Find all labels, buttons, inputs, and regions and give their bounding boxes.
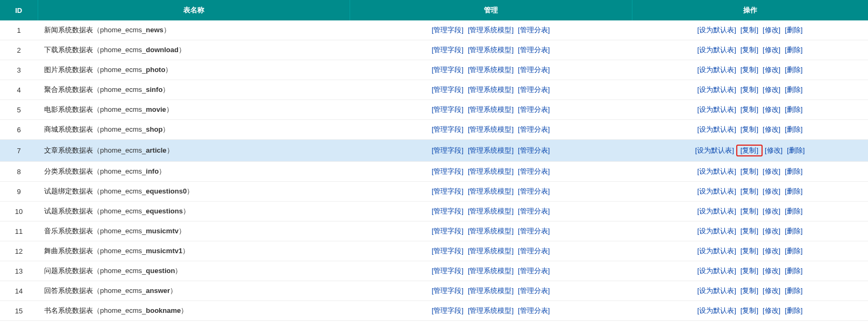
edit-link[interactable]: [修改]	[763, 125, 780, 133]
manage-fields-link[interactable]: [管理字段]	[432, 287, 464, 295]
copy-link[interactable]: [复制]	[741, 66, 758, 74]
manage-subtable-link[interactable]: [管理分表]	[518, 227, 550, 235]
delete-link[interactable]: [删除]	[785, 85, 802, 94]
copy-link[interactable]: [复制]	[741, 125, 758, 133]
manage-subtable-link[interactable]: [管理分表]	[518, 306, 550, 314]
manage-model-link[interactable]: [管理系统模型]	[468, 247, 514, 255]
manage-subtable-link[interactable]: [管理分表]	[518, 85, 550, 94]
manage-fields-link[interactable]: [管理字段]	[432, 26, 464, 34]
set-default-link[interactable]: [设为默认表]	[698, 207, 736, 215]
set-default-link[interactable]: [设为默认表]	[698, 247, 736, 255]
manage-subtable-link[interactable]: [管理分表]	[518, 287, 550, 295]
edit-link[interactable]: [修改]	[763, 26, 780, 34]
manage-subtable-link[interactable]: [管理分表]	[518, 207, 550, 215]
delete-link[interactable]: [删除]	[785, 46, 802, 54]
copy-link[interactable]: [复制]	[741, 287, 758, 295]
manage-fields-link[interactable]: [管理字段]	[432, 46, 464, 54]
manage-fields-link[interactable]: [管理字段]	[432, 227, 464, 235]
copy-link[interactable]: [复制]	[741, 46, 758, 54]
manage-fields-link[interactable]: [管理字段]	[432, 66, 464, 74]
manage-model-link[interactable]: [管理系统模型]	[468, 167, 514, 175]
set-default-link[interactable]: [设为默认表]	[698, 125, 736, 133]
edit-link[interactable]: [修改]	[763, 85, 780, 94]
copy-link[interactable]: [复制]	[741, 247, 758, 255]
copy-link[interactable]: [复制]	[741, 207, 758, 215]
set-default-link[interactable]: [设为默认表]	[698, 66, 736, 74]
copy-link[interactable]: [复制]	[741, 85, 758, 94]
set-default-link[interactable]: [设为默认表]	[698, 306, 736, 314]
delete-link[interactable]: [删除]	[785, 26, 802, 34]
delete-link[interactable]: [删除]	[787, 146, 805, 154]
manage-model-link[interactable]: [管理系统模型]	[468, 207, 514, 215]
delete-link[interactable]: [删除]	[785, 227, 802, 235]
copy-link[interactable]: [复制]	[741, 187, 758, 195]
delete-link[interactable]: [删除]	[785, 207, 802, 215]
manage-subtable-link[interactable]: [管理分表]	[518, 125, 550, 133]
manage-subtable-link[interactable]: [管理分表]	[518, 247, 550, 255]
manage-fields-link[interactable]: [管理字段]	[432, 306, 464, 314]
delete-link[interactable]: [删除]	[785, 247, 802, 255]
set-default-link[interactable]: [设为默认表]	[698, 267, 736, 275]
copy-link[interactable]: [复制]	[741, 146, 758, 154]
manage-model-link[interactable]: [管理系统模型]	[468, 46, 514, 54]
manage-subtable-link[interactable]: [管理分表]	[518, 146, 550, 154]
manage-model-link[interactable]: [管理系统模型]	[468, 267, 514, 275]
manage-fields-link[interactable]: [管理字段]	[432, 167, 464, 175]
manage-fields-link[interactable]: [管理字段]	[432, 187, 464, 195]
manage-model-link[interactable]: [管理系统模型]	[468, 125, 514, 133]
delete-link[interactable]: [删除]	[785, 287, 802, 295]
edit-link[interactable]: [修改]	[763, 105, 780, 113]
manage-fields-link[interactable]: [管理字段]	[432, 247, 464, 255]
edit-link[interactable]: [修改]	[763, 267, 780, 275]
manage-fields-link[interactable]: [管理字段]	[432, 85, 464, 94]
set-default-link[interactable]: [设为默认表]	[698, 187, 736, 195]
manage-model-link[interactable]: [管理系统模型]	[468, 66, 514, 74]
manage-model-link[interactable]: [管理系统模型]	[468, 85, 514, 94]
manage-subtable-link[interactable]: [管理分表]	[518, 66, 550, 74]
manage-subtable-link[interactable]: [管理分表]	[518, 187, 550, 195]
delete-link[interactable]: [删除]	[785, 66, 802, 74]
edit-link[interactable]: [修改]	[763, 46, 780, 54]
manage-subtable-link[interactable]: [管理分表]	[518, 105, 550, 113]
manage-model-link[interactable]: [管理系统模型]	[468, 306, 514, 314]
set-default-link[interactable]: [设为默认表]	[698, 85, 736, 94]
set-default-link[interactable]: [设为默认表]	[698, 26, 736, 34]
manage-model-link[interactable]: [管理系统模型]	[468, 105, 514, 113]
manage-subtable-link[interactable]: [管理分表]	[518, 267, 550, 275]
edit-link[interactable]: [修改]	[763, 187, 780, 195]
set-default-link[interactable]: [设为默认表]	[695, 146, 734, 154]
copy-link[interactable]: [复制]	[741, 306, 758, 314]
copy-link[interactable]: [复制]	[741, 105, 758, 113]
manage-fields-link[interactable]: [管理字段]	[432, 267, 464, 275]
set-default-link[interactable]: [设为默认表]	[698, 46, 736, 54]
manage-model-link[interactable]: [管理系统模型]	[468, 187, 514, 195]
manage-fields-link[interactable]: [管理字段]	[432, 105, 464, 113]
set-default-link[interactable]: [设为默认表]	[698, 227, 736, 235]
manage-model-link[interactable]: [管理系统模型]	[468, 146, 514, 154]
manage-subtable-link[interactable]: [管理分表]	[518, 46, 550, 54]
manage-subtable-link[interactable]: [管理分表]	[518, 167, 550, 175]
delete-link[interactable]: [删除]	[785, 125, 802, 133]
delete-link[interactable]: [删除]	[785, 105, 802, 113]
copy-link[interactable]: [复制]	[741, 267, 758, 275]
manage-fields-link[interactable]: [管理字段]	[432, 125, 464, 133]
delete-link[interactable]: [删除]	[785, 267, 802, 275]
edit-link[interactable]: [修改]	[763, 207, 780, 215]
set-default-link[interactable]: [设为默认表]	[698, 287, 736, 295]
manage-model-link[interactable]: [管理系统模型]	[468, 287, 514, 295]
edit-link[interactable]: [修改]	[763, 247, 780, 255]
set-default-link[interactable]: [设为默认表]	[698, 105, 736, 113]
edit-link[interactable]: [修改]	[763, 287, 780, 295]
manage-subtable-link[interactable]: [管理分表]	[518, 26, 550, 34]
edit-link[interactable]: [修改]	[763, 227, 780, 235]
manage-model-link[interactable]: [管理系统模型]	[468, 227, 514, 235]
delete-link[interactable]: [删除]	[785, 167, 802, 175]
manage-fields-link[interactable]: [管理字段]	[432, 146, 464, 154]
copy-link[interactable]: [复制]	[741, 167, 758, 175]
manage-fields-link[interactable]: [管理字段]	[432, 207, 464, 215]
delete-link[interactable]: [删除]	[785, 187, 802, 195]
edit-link[interactable]: [修改]	[763, 306, 780, 314]
edit-link[interactable]: [修改]	[765, 146, 782, 154]
copy-link[interactable]: [复制]	[741, 26, 758, 34]
set-default-link[interactable]: [设为默认表]	[698, 167, 736, 175]
